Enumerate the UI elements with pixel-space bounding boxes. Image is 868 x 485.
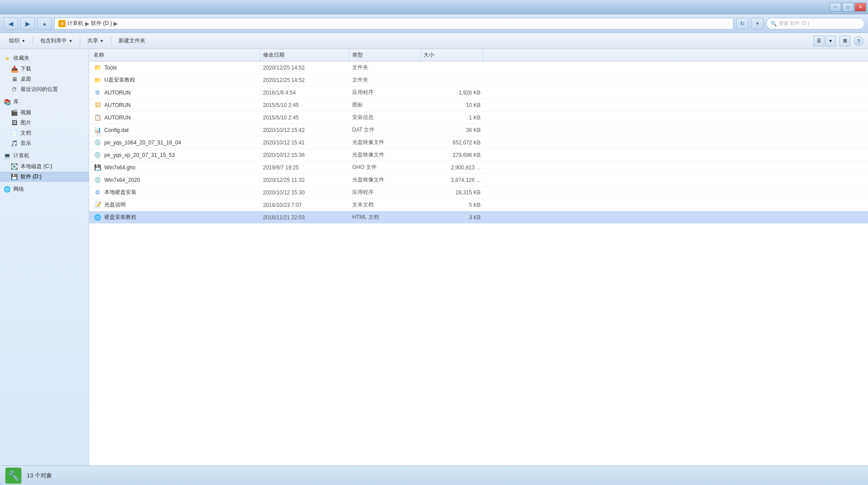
file-name-cell: ⚙ AUTORUN xyxy=(91,86,260,99)
refresh-button[interactable]: ↻ xyxy=(736,18,749,29)
include-button[interactable]: 包含到库中 ▼ xyxy=(36,35,77,47)
col-header-name[interactable]: 名称 xyxy=(91,49,260,61)
table-row[interactable]: 📁 U盘安装教程 2020/12/25 14:52 文件夹 xyxy=(89,74,868,86)
maximize-button[interactable]: □ xyxy=(842,3,854,12)
file-date-cell: 2020/10/12 15:30 xyxy=(260,186,350,198)
sidebar-item-doc[interactable]: 📄 文档 xyxy=(0,128,89,138)
library-header[interactable]: 📚 库 xyxy=(0,96,89,107)
computer-section: 💻 计算机 💽 本地磁盘 (C:) 💾 软件 (D:) xyxy=(0,150,89,182)
table-row[interactable]: ⚙ 本地硬盘安装 2020/10/12 15:30 应用程序 28,315 KB xyxy=(89,186,868,199)
image-label: 图片 xyxy=(21,119,31,127)
favorites-section: ★ 收藏夹 📥 下载 🖥 桌面 ⏱ 最近访问的位置 xyxy=(0,53,89,95)
search-box[interactable]: 🔍 搜索 软件 (D:) xyxy=(766,18,864,29)
organize-button[interactable]: 组织 ▼ xyxy=(4,35,30,47)
col-size-label: 大小 xyxy=(424,51,434,59)
include-dropdown-icon: ▼ xyxy=(69,39,73,43)
file-icon: 📋 xyxy=(94,114,102,122)
file-icon: 📁 xyxy=(94,64,102,72)
organize-dropdown-icon: ▼ xyxy=(21,39,25,43)
close-button[interactable]: ✕ xyxy=(855,3,866,12)
table-row[interactable]: 📊 Config.dat 2020/10/12 15:42 DAT 文件 36 … xyxy=(89,124,868,136)
sidebar-item-drive-d[interactable]: 💾 软件 (D:) xyxy=(0,172,89,182)
minimize-button[interactable]: ─ xyxy=(830,3,841,12)
table-row[interactable]: 🖼 AUTORUN 2015/5/10 2:45 图标 10 KB xyxy=(89,99,868,111)
back-button[interactable]: ◀ xyxy=(4,17,18,30)
share-button[interactable]: 共享 ▼ xyxy=(83,35,108,47)
col-header-type[interactable]: 类型 xyxy=(350,49,421,61)
path-sep1: ▶ xyxy=(85,21,89,27)
window-controls: ─ □ ✕ xyxy=(830,3,866,12)
downloads-icon: 📥 xyxy=(11,66,18,73)
path-computer-icon: 🖥 xyxy=(58,20,66,27)
table-row[interactable]: 💿 Win7x64_2020 2020/12/25 11:32 光盘映像文件 3… xyxy=(89,174,868,186)
table-row[interactable]: 💾 Win7x64.gho 2019/9/7 19:25 GHO 文件 2,90… xyxy=(89,161,868,174)
table-row[interactable]: 💿 pe_yqs_xp_20_07_31_15_53 2020/10/12 15… xyxy=(89,149,868,161)
file-name: 硬盘安装教程 xyxy=(104,214,136,221)
file-icon: 📊 xyxy=(94,126,102,134)
table-row[interactable]: 📝 光盘说明 2016/10/23 7:07 文本文档 5 KB xyxy=(89,199,868,211)
library-icon: 📚 xyxy=(4,99,11,106)
status-count: 13 个对象 xyxy=(27,472,52,480)
network-header[interactable]: 🌐 网络 xyxy=(0,184,89,195)
file-icon: 💿 xyxy=(94,151,102,159)
file-icon: 💿 xyxy=(94,139,102,147)
drive-c-label: 本地磁盘 (C:) xyxy=(21,163,52,170)
file-date-cell: 2020/12/25 11:32 xyxy=(260,174,350,186)
address-bar: ◀ ▶ ▲ 🖥 计算机 ▶ 软件 (D:) ▶ ↻ ▼ 🔍 搜索 软件 (D:) xyxy=(0,14,868,33)
computer-label: 计算机 xyxy=(13,152,29,160)
network-section: 🌐 网络 xyxy=(0,184,89,195)
file-date-cell: 2015/5/10 2:45 xyxy=(260,99,350,111)
file-name-cell: ⚙ 本地硬盘安装 xyxy=(91,186,260,198)
col-header-date[interactable]: 修改日期 xyxy=(260,49,350,61)
file-type-cell: HTML 文档 xyxy=(350,211,421,223)
status-bar: 🔧 13 个对象 xyxy=(0,465,868,485)
view-dropdown-button[interactable]: ▼ xyxy=(825,36,836,46)
sidebar-item-downloads[interactable]: 📥 下载 xyxy=(0,64,89,74)
new-folder-button[interactable]: 新建文件夹 xyxy=(114,35,150,47)
file-size-cell: 3,874,126 ... xyxy=(421,174,483,186)
table-row[interactable]: 💿 pe_yqs_1064_20_07_31_16_04 2020/10/12 … xyxy=(89,136,868,149)
sidebar-item-video[interactable]: 🎬 视频 xyxy=(0,107,89,118)
table-row[interactable]: 📋 AUTORUN 2015/5/10 2:45 安装信息 1 KB xyxy=(89,111,868,124)
layout-button[interactable]: ⊞ xyxy=(839,36,850,46)
file-type-cell: 应用程序 xyxy=(350,186,421,198)
file-date-cell: 2019/9/7 19:25 xyxy=(260,161,350,173)
file-name: 本地硬盘安装 xyxy=(104,189,136,196)
up-button[interactable]: ▲ xyxy=(37,17,52,30)
file-date-cell: 2020/12/25 14:52 xyxy=(260,74,350,86)
help-button[interactable]: ? xyxy=(854,36,864,46)
file-name-cell: 📝 光盘说明 xyxy=(91,199,260,211)
sidebar-item-image[interactable]: 🖼 图片 xyxy=(0,118,89,128)
table-row[interactable]: 📁 Tools 2020/12/25 14:52 文件夹 xyxy=(89,62,868,74)
file-type-cell: 光盘映像文件 xyxy=(350,136,421,148)
file-type-cell: 光盘映像文件 xyxy=(350,149,421,161)
sep2 xyxy=(80,37,80,45)
file-name-cell: 💾 Win7x64.gho xyxy=(91,161,260,173)
drive-d-icon: 💾 xyxy=(11,173,18,181)
file-date-cell: 2016/11/21 22:03 xyxy=(260,211,350,223)
favorites-header[interactable]: ★ 收藏夹 xyxy=(0,53,89,64)
file-size-cell: 5 KB xyxy=(421,199,483,211)
address-path[interactable]: 🖥 计算机 ▶ 软件 (D:) ▶ xyxy=(54,18,733,29)
dropdown-button[interactable]: ▼ xyxy=(751,18,764,29)
file-type-cell: DAT 文件 xyxy=(350,124,421,136)
sidebar-item-drive-c[interactable]: 💽 本地磁盘 (C:) xyxy=(0,161,89,172)
table-row[interactable]: ⚙ AUTORUN 2016/1/8 4:54 应用程序 1,926 KB xyxy=(89,86,868,99)
path-drive: 软件 (D:) xyxy=(91,20,112,27)
view-button[interactable]: ☰ xyxy=(814,36,824,46)
library-label: 库 xyxy=(13,98,19,106)
sidebar-item-desktop[interactable]: 🖥 桌面 xyxy=(0,74,89,84)
sep1 xyxy=(33,37,33,45)
sidebar: ★ 收藏夹 📥 下载 🖥 桌面 ⏱ 最近访问的位置 📚 库 � xyxy=(0,49,89,465)
sidebar-item-music[interactable]: 🎵 音乐 xyxy=(0,138,89,148)
file-name-cell: 📋 AUTORUN xyxy=(91,111,260,123)
sidebar-item-recent[interactable]: ⏱ 最近访问的位置 xyxy=(0,84,89,95)
file-type-cell: 文件夹 xyxy=(350,62,421,74)
favorites-icon: ★ xyxy=(4,55,11,62)
forward-button[interactable]: ▶ xyxy=(21,17,35,30)
col-header-size[interactable]: 大小 xyxy=(421,49,483,61)
computer-header[interactable]: 💻 计算机 xyxy=(0,150,89,161)
table-row[interactable]: 🌐 硬盘安装教程 2016/11/21 22:03 HTML 文档 3 KB xyxy=(89,211,868,224)
file-name: AUTORUN xyxy=(104,102,131,108)
file-size-cell: 652,072 KB xyxy=(421,136,483,148)
